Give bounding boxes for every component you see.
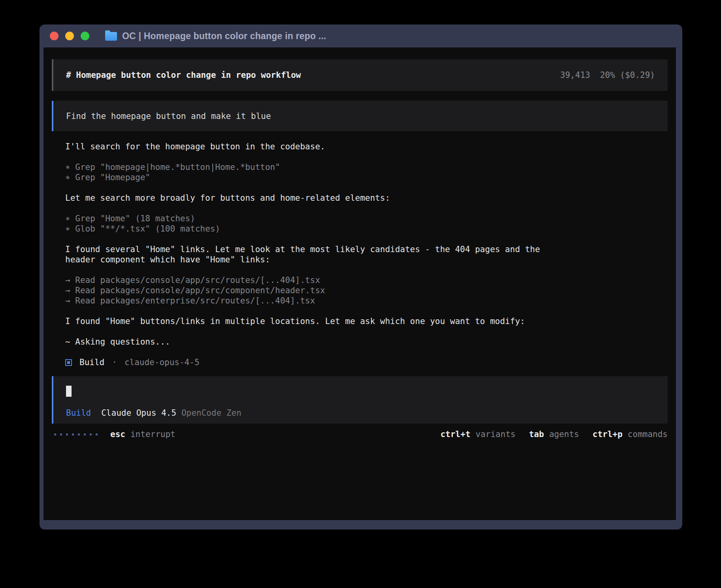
user-message-text: Find the homepage button and make it blu… bbox=[66, 111, 271, 121]
hint-label: variants bbox=[476, 429, 515, 439]
left-hints: escinterrupt bbox=[110, 429, 176, 439]
chat-line bbox=[65, 203, 668, 213]
status-bar-left: escinterrupt bbox=[52, 429, 176, 439]
keyboard-hint: escinterrupt bbox=[110, 429, 176, 439]
terminal-window: OC | Homepage button color change in rep… bbox=[40, 24, 682, 530]
separator-dot: · bbox=[112, 357, 117, 368]
close-button[interactable] bbox=[50, 32, 59, 40]
minimize-button[interactable] bbox=[65, 32, 74, 40]
traffic-lights bbox=[50, 32, 89, 40]
session-stats: 39,413 20% ($0.29) bbox=[560, 70, 655, 80]
input-agent-label[interactable]: Build bbox=[66, 408, 91, 418]
hint-label: agents bbox=[549, 429, 579, 439]
chat-line: → Read packages/console/app/src/componen… bbox=[65, 285, 668, 296]
session-header: # Homepage button color change in repo w… bbox=[52, 59, 668, 91]
chat-line bbox=[65, 183, 668, 193]
hint-key: ctrl+t bbox=[440, 429, 470, 439]
chat-line bbox=[65, 347, 668, 357]
spinner-dot bbox=[78, 433, 80, 435]
chat-line: → Read packages/enterprise/src/routes/[.… bbox=[65, 296, 668, 306]
agent-status-line: Build · claude-opus-4-5 bbox=[52, 357, 668, 368]
spinner-dot bbox=[66, 433, 68, 435]
chat-line bbox=[65, 306, 668, 316]
spinner-dot bbox=[60, 433, 62, 435]
agent-name: Build bbox=[79, 357, 104, 368]
token-count: 39,413 bbox=[560, 70, 590, 80]
input-provider-label: OpenCode Zen bbox=[181, 408, 242, 418]
chat-line: header component which have "Home" links… bbox=[65, 254, 668, 265]
chat-line: → Read packages/console/app/src/routes/[… bbox=[65, 275, 668, 285]
session-title: # Homepage button color change in repo w… bbox=[66, 70, 301, 80]
spinner-dot bbox=[84, 433, 86, 435]
zoom-button[interactable] bbox=[81, 32, 89, 40]
status-bar: escinterrupt ctrl+tvariantstabagentsctrl… bbox=[52, 429, 668, 439]
chat-line: I found several "Home" links. Let me loo… bbox=[65, 244, 668, 254]
chat-line bbox=[65, 265, 668, 275]
chat-line: ∗ Grep "Homepage" bbox=[65, 172, 668, 183]
model-name: claude-opus-4-5 bbox=[125, 357, 200, 368]
spinner-dots-icon bbox=[54, 433, 98, 435]
keyboard-hint: ctrl+pcommands bbox=[593, 429, 668, 439]
text-cursor bbox=[66, 386, 72, 397]
window-title-group: OC | Homepage button color change in rep… bbox=[105, 31, 326, 41]
spinner-dot bbox=[72, 433, 74, 435]
chat-line: ∗ Glob "**/*.tsx" (100 matches) bbox=[65, 224, 668, 234]
build-agent-icon bbox=[65, 359, 72, 366]
context-cost: 20% ($0.29) bbox=[600, 70, 655, 80]
input-model-group: Claude Opus 4.5 OpenCode Zen bbox=[101, 408, 241, 418]
chat-line: ∗ Grep "Home" (18 matches) bbox=[65, 213, 668, 224]
input-model-label: Claude Opus 4.5 bbox=[101, 408, 176, 418]
chat-line: I'll search for the homepage button in t… bbox=[65, 141, 668, 152]
hint-label: commands bbox=[628, 429, 668, 439]
hint-label: interrupt bbox=[130, 429, 176, 439]
hint-key: tab bbox=[529, 429, 544, 439]
user-message: Find the homepage button and make it blu… bbox=[52, 101, 668, 131]
prompt-input[interactable]: Build Claude Opus 4.5 OpenCode Zen bbox=[52, 376, 668, 424]
status-bar-right: ctrl+tvariantstabagentsctrl+pcommands bbox=[440, 429, 668, 439]
chat-line bbox=[65, 152, 668, 162]
right-hints: ctrl+tvariantstabagentsctrl+pcommands bbox=[440, 429, 668, 439]
keyboard-hint: ctrl+tvariants bbox=[440, 429, 515, 439]
title-bar: OC | Homepage button color change in rep… bbox=[40, 24, 682, 47]
chat-line: ~ Asking questions... bbox=[65, 337, 668, 347]
chat-lines: I'll search for the homepage button in t… bbox=[52, 141, 668, 357]
hint-key: esc bbox=[110, 429, 125, 439]
keyboard-hint: tabagents bbox=[529, 429, 579, 439]
chat-line: ∗ Grep "homepage|home.*button|Home.*butt… bbox=[65, 162, 668, 172]
spinner-dot bbox=[90, 433, 92, 435]
spinner-dot bbox=[96, 433, 98, 435]
terminal-content: # Homepage button color change in repo w… bbox=[43, 47, 676, 520]
window-title: OC | Homepage button color change in rep… bbox=[122, 31, 326, 41]
hint-key: ctrl+p bbox=[593, 429, 623, 439]
chat-line bbox=[65, 326, 668, 337]
input-footer: Build Claude Opus 4.5 OpenCode Zen bbox=[66, 408, 655, 418]
chat-line: Let me search more broadly for buttons a… bbox=[65, 193, 668, 203]
folder-icon bbox=[105, 32, 117, 41]
chat-line bbox=[65, 234, 668, 244]
chat-line: I found "Home" buttons/links in multiple… bbox=[65, 316, 668, 326]
spinner-dot bbox=[54, 433, 56, 435]
